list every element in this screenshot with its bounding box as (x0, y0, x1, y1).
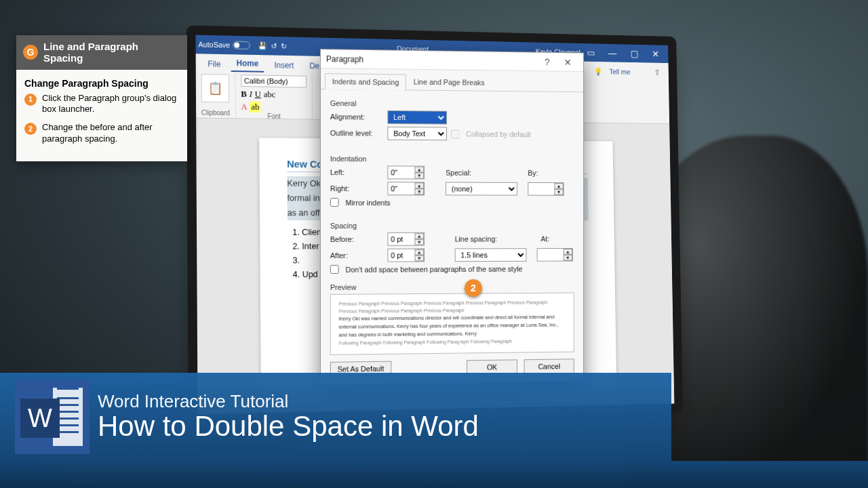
highlight-button[interactable]: ab (250, 102, 260, 113)
tab-home[interactable]: Home (231, 56, 264, 73)
special-label: Special: (446, 169, 485, 177)
brand-icon: G (23, 45, 38, 60)
tell-me-label: Tell me (604, 65, 635, 79)
before-label: Before: (330, 235, 384, 243)
nosame-label: Don't add space between paragraphs of th… (346, 264, 523, 273)
outline-label: Outline level: (330, 129, 384, 138)
paste-button[interactable]: 📋 (201, 74, 229, 102)
spin-down-icon[interactable]: ▼ (414, 255, 424, 261)
sidebar-header: G Line and Paragraph Spacing (16, 35, 187, 70)
section-indentation: Indentation Left: ▲▼ Special: By: Right:… (321, 145, 583, 212)
spin-down-icon[interactable]: ▼ (414, 188, 424, 195)
section-preview: Preview Previous Paragraph Previous Para… (330, 282, 574, 355)
mirror-checkbox[interactable] (330, 198, 339, 207)
clipboard-group-label: Clipboard (201, 109, 230, 117)
spin-down-icon[interactable]: ▼ (554, 189, 563, 195)
underline-button[interactable]: U (255, 89, 261, 100)
step-number-icon: 1 (24, 94, 37, 106)
italic-button[interactable]: I (250, 89, 252, 100)
sidebar-subhead: Change Paragraph Spacing (16, 70, 187, 93)
spin-up-icon[interactable]: ▲ (414, 233, 424, 239)
before-spin[interactable]: ▲▼ (387, 232, 425, 246)
autosave-toggle[interactable]: AutoSave (198, 41, 250, 49)
spin-up-icon[interactable]: ▲ (554, 183, 563, 189)
spin-down-icon[interactable]: ▼ (564, 255, 572, 261)
dialog-title: Paragraph (326, 54, 537, 66)
callout-number: 2 (465, 279, 482, 297)
section-spacing: Spacing Before: ▲▼ Line spacing: At: Aft… (321, 212, 583, 279)
sidebar-steps: 1 Click the Paragraph group's dialog box… (16, 93, 187, 162)
alignment-select[interactable]: Left (387, 110, 447, 125)
at-label: At: (540, 235, 560, 243)
preview-next: Following Paragraph Following Paragraph … (339, 338, 566, 348)
autosave-label: AutoSave (198, 41, 230, 49)
tab-indents-spacing[interactable]: Indents and Spacing (325, 73, 406, 90)
maximize-icon[interactable]: ▢ (624, 45, 644, 61)
tutorial-sidebar: G Line and Paragraph Spacing Change Para… (16, 35, 187, 161)
band-title: How to Double Space in Word (98, 411, 479, 441)
font-name-combo[interactable]: Calibri (Body) (241, 75, 307, 87)
after-label: After: (330, 251, 384, 260)
collapsed-label: Collapsed by default (466, 130, 531, 139)
tab-line-page-breaks[interactable]: Line and Page Breaks (406, 74, 492, 91)
spacing-label: Spacing (330, 222, 574, 230)
close-icon[interactable]: ✕ (646, 46, 666, 62)
dialog-tabs: Indents and Spacing Line and Page Breaks (321, 68, 583, 92)
sidebar-title: Line and Paragraph Spacing (43, 41, 180, 64)
share-icon[interactable]: ⇪ (649, 65, 665, 79)
tab-file[interactable]: File (202, 56, 226, 71)
ribbon-group-font: Calibri (Body) B I U abc A ab Font (235, 72, 313, 119)
special-select[interactable]: (none) (446, 182, 517, 196)
band-tail (0, 461, 868, 488)
list-item: 1 Click the Paragraph group's dialog box… (24, 93, 179, 116)
word-w-glyph: W (20, 399, 60, 438)
indent-right-spin[interactable]: ▲▼ (387, 182, 425, 195)
dialog-help-icon[interactable]: ? (537, 56, 557, 67)
preview-box: Previous Paragraph Previous Paragraph Pr… (330, 293, 574, 355)
nosame-checkbox[interactable] (330, 265, 339, 274)
preview-label: Preview (330, 282, 574, 291)
by-label: By: (528, 169, 553, 177)
step-text: Change the before and after paragraph sp… (42, 122, 179, 145)
list-item: 2 Change the before and after paragraph … (24, 122, 179, 145)
bold-button[interactable]: B (241, 89, 247, 100)
outline-select[interactable]: Body Text (387, 127, 447, 140)
after-spin[interactable]: ▲▼ (387, 249, 425, 262)
alignment-label: Alignment: (330, 113, 384, 121)
minimize-icon[interactable]: — (602, 45, 623, 61)
font-color-button[interactable]: A (241, 102, 247, 113)
indent-right-label: Right: (330, 184, 384, 192)
dialog-close-icon[interactable]: ✕ (557, 56, 578, 67)
autosave-switch-icon[interactable] (233, 41, 250, 49)
collapsed-checkbox (451, 129, 460, 138)
linesp-label: Line spacing: (455, 235, 507, 243)
mirror-label: Mirror indents (346, 199, 391, 207)
spin-up-icon[interactable]: ▲ (564, 249, 572, 255)
qat-redo-icon[interactable]: ↻ (281, 42, 287, 51)
word-app-icon: W (15, 380, 90, 454)
spin-down-icon[interactable]: ▼ (414, 239, 424, 245)
ribbon-group-clipboard: 📋 Clipboard (196, 71, 236, 118)
callout-step-2: 2 (465, 279, 484, 298)
indentation-label: Indentation (330, 155, 574, 164)
at-spin[interactable]: ▲▼ (537, 248, 573, 262)
general-label: General (330, 99, 574, 109)
qat-save-icon[interactable]: 💾 (258, 41, 267, 50)
qat-undo-icon[interactable]: ↺ (271, 41, 277, 50)
cancel-button[interactable]: Cancel (524, 359, 574, 374)
by-spin[interactable]: ▲▼ (528, 182, 564, 196)
spin-up-icon[interactable]: ▲ (414, 249, 424, 256)
spin-up-icon[interactable]: ▲ (414, 182, 424, 188)
linesp-select[interactable]: 1.5 lines (455, 248, 527, 262)
spin-down-icon[interactable]: ▼ (414, 173, 424, 179)
title-band: W Word Interactive Tutorial How to Doubl… (0, 373, 671, 461)
paragraph-dialog: Paragraph ? ✕ Indents and Spacing Line a… (320, 49, 584, 386)
step-text: Click the Paragraph group's dialog box l… (42, 93, 179, 116)
indent-left-label: Left: (330, 168, 384, 176)
indent-left-spin[interactable]: ▲▼ (387, 165, 425, 179)
strike-button[interactable]: abc (264, 89, 276, 100)
tell-me[interactable]: 💡 Tell me (589, 64, 640, 79)
spin-up-icon[interactable]: ▲ (414, 167, 424, 173)
tab-insert[interactable]: Insert (269, 58, 300, 73)
step-number-icon: 2 (24, 123, 37, 135)
